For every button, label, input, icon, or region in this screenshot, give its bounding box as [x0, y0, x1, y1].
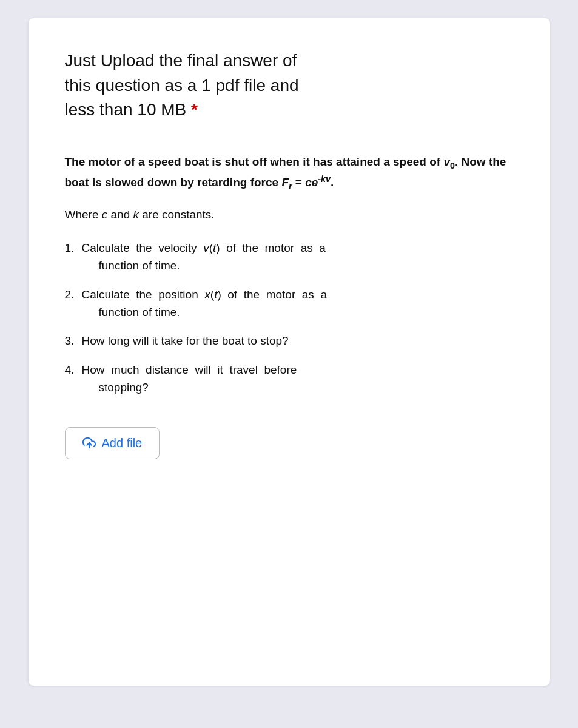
instruction-text: Just Upload the final answer of this que… [65, 49, 514, 123]
list-item: 3. How long will it take for the boat to… [65, 332, 514, 349]
required-star: * [191, 100, 198, 119]
add-file-label: Add file [102, 436, 143, 450]
question-number: 2. [65, 286, 82, 303]
question-text: Calculate the position x(t) of the motor… [82, 286, 514, 322]
list-item: 1. Calculate the velocity v(t) of the mo… [65, 239, 514, 275]
question-number: 1. [65, 239, 82, 257]
question-number: 4. [65, 361, 82, 379]
upload-icon [82, 436, 96, 450]
add-file-button[interactable]: Add file [65, 427, 160, 459]
main-card: Just Upload the final answer of this que… [29, 18, 550, 686]
questions-list: 1. Calculate the velocity v(t) of the mo… [65, 239, 514, 397]
list-item: 4. How much distance will it travel befo… [65, 361, 514, 397]
question-text: How long will it take for the boat to st… [82, 332, 514, 349]
constants-note: Where c and k are constants. [65, 206, 514, 224]
question-number: 3. [65, 332, 82, 349]
problem-statement: The motor of a speed boat is shut off wh… [65, 153, 514, 194]
question-text: How much distance will it travel before … [82, 361, 514, 397]
question-text: Calculate the velocity v(t) of the motor… [82, 239, 514, 275]
list-item: 2. Calculate the position x(t) of the mo… [65, 286, 514, 322]
